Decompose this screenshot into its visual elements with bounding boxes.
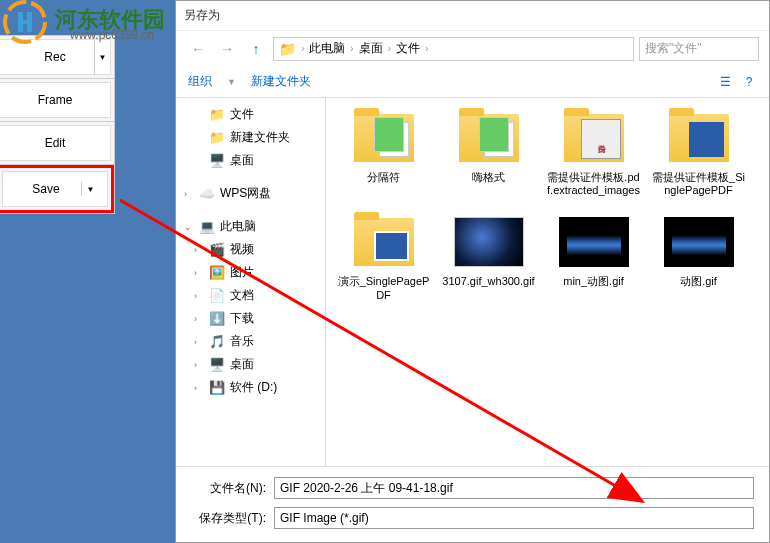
tree-item-文件[interactable]: 📁文件 [176,103,325,126]
file-thumbnail [661,108,736,168]
breadcrumb-item[interactable]: 桌面 [359,40,383,57]
download-icon: ⬇️ [209,312,225,326]
file-name-label: min_动图.gif [563,275,624,288]
file-item[interactable]: min_动图.gif [546,212,641,301]
svg-rect-3 [18,20,32,24]
doc-icon: 📄 [209,289,225,303]
file-item[interactable]: 民身份需提供证件模板.pdf.extracted_images [546,108,641,197]
file-item[interactable]: 分隔符 [336,108,431,197]
tree-label: 文件 [230,106,254,123]
file-thumbnail: 民身份 [556,108,631,168]
file-item[interactable]: 3107.gif_wh300.gif [441,212,536,301]
tree-item-文档[interactable]: ›📄文档 [176,284,325,307]
music-icon: 🎵 [209,335,225,349]
tree-item-此电脑[interactable]: ⌄💻此电脑 [176,215,325,238]
file-name-label: 动图.gif [680,275,717,288]
chevron-right-icon: › [301,43,304,54]
save-label: Save [11,182,81,196]
file-item[interactable]: 嗨格式 [441,108,536,197]
save-button[interactable]: Save ▼ [2,171,108,207]
expand-icon: › [194,268,204,278]
breadcrumb-item[interactable]: 此电脑 [309,40,345,57]
tree-label: 桌面 [230,152,254,169]
main-area: 📁文件📁新建文件夹🖥️桌面›☁️WPS网盘⌄💻此电脑›🎬视频›🖼️图片›📄文档›… [176,98,769,466]
tree-label: 软件 (D:) [230,379,277,396]
watermark-url: www.pc0359.cn [70,28,154,42]
tree-item-软件 (D:)[interactable]: ›💾软件 (D:) [176,376,325,399]
file-thumbnail [346,212,421,272]
new-folder-button[interactable]: 新建文件夹 [251,73,311,90]
nav-forward-icon: → [215,37,239,61]
search-placeholder: 搜索"文件" [645,40,702,57]
cloud-icon: ☁️ [199,187,215,201]
expand-icon: › [184,189,194,199]
help-icon[interactable]: ? [741,74,757,90]
left-toolbar: Rec ▼ Frame Edit Save ▼ [0,35,115,214]
image-icon: 🖼️ [209,266,225,280]
file-thumbnail [346,108,421,168]
tree-item-下载[interactable]: ›⬇️下载 [176,307,325,330]
filename-label: 文件名(N): [191,480,266,497]
filename-input[interactable] [274,477,754,499]
file-name-label: 分隔符 [367,171,400,184]
organize-button[interactable]: 组织 [188,73,212,90]
nav-back-icon[interactable]: ← [186,37,210,61]
nav-bar: ← → ↑ 📁 › 此电脑 › 桌面 › 文件 › 搜索"文件" [176,31,769,66]
rec-label: Rec [44,50,65,64]
rec-dropdown-icon[interactable]: ▼ [94,40,110,74]
bottom-inputs: 文件名(N): 保存类型(T): GIF Image (*.gif) [176,466,769,542]
filetype-label: 保存类型(T): [191,510,266,527]
file-thumbnail [661,212,736,272]
expand-icon: › [194,245,204,255]
tree-item-WPS网盘[interactable]: ›☁️WPS网盘 [176,182,325,205]
video-icon: 🎬 [209,243,225,257]
desktop-icon: 🖥️ [209,358,225,372]
view-icon[interactable]: ☰ [717,74,733,90]
chevron-right-icon: › [388,43,391,54]
tree-item-桌面[interactable]: ›🖥️桌面 [176,353,325,376]
file-item[interactable]: 动图.gif [651,212,746,301]
tree-panel: 📁文件📁新建文件夹🖥️桌面›☁️WPS网盘⌄💻此电脑›🎬视频›🖼️图片›📄文档›… [176,98,326,466]
search-input[interactable]: 搜索"文件" [639,37,759,61]
tree-label: 此电脑 [220,218,256,235]
file-name-label: 需提供证件模板_SinglePagePDF [651,171,746,197]
save-dropdown-icon[interactable]: ▼ [81,182,99,196]
file-thumbnail [451,108,526,168]
file-item[interactable]: 需提供证件模板_SinglePagePDF [651,108,746,197]
tree-item-视频[interactable]: ›🎬视频 [176,238,325,261]
save-as-dialog: 另存为 ← → ↑ 📁 › 此电脑 › 桌面 › 文件 › 搜索"文件" 组织 … [175,0,770,543]
tree-label: 音乐 [230,333,254,350]
tree-item-新建文件夹[interactable]: 📁新建文件夹 [176,126,325,149]
file-name-label: 需提供证件模板.pdf.extracted_images [546,171,641,197]
nav-up-icon[interactable]: ↑ [244,37,268,61]
expand-icon: › [194,360,204,370]
tree-item-图片[interactable]: ›🖼️图片 [176,261,325,284]
frame-button[interactable]: Frame [0,82,111,118]
tree-item-音乐[interactable]: ›🎵音乐 [176,330,325,353]
breadcrumb-item[interactable]: 文件 [396,40,420,57]
file-item[interactable]: 演示_SinglePagePDF [336,212,431,301]
file-name-label: 3107.gif_wh300.gif [442,275,534,288]
expand-icon: ⌄ [184,222,194,232]
folder-icon: 📁 [209,108,225,122]
breadcrumb[interactable]: 📁 › 此电脑 › 桌面 › 文件 › [273,37,634,61]
tree-label: 图片 [230,264,254,281]
expand-icon: › [194,291,204,301]
dropdown-icon: ▼ [227,77,236,87]
dialog-titlebar: 另存为 [176,1,769,31]
desktop-icon: 🖥️ [209,154,225,168]
tree-label: 新建文件夹 [230,129,290,146]
file-thumbnail [556,212,631,272]
watermark-logo [0,0,55,45]
tree-label: 文档 [230,287,254,304]
folder-icon: 📁 [209,131,225,145]
tree-item-桌面[interactable]: 🖥️桌面 [176,149,325,172]
tree-label: 视频 [230,241,254,258]
disk-icon: 💾 [209,381,225,395]
filetype-select[interactable]: GIF Image (*.gif) [274,507,754,529]
file-thumbnail [451,212,526,272]
toolbar: 组织 ▼ 新建文件夹 ☰ ? [176,66,769,98]
file-grid: 分隔符嗨格式民身份需提供证件模板.pdf.extracted_images需提供… [326,98,769,466]
expand-icon: › [194,314,204,324]
edit-button[interactable]: Edit [0,125,111,161]
